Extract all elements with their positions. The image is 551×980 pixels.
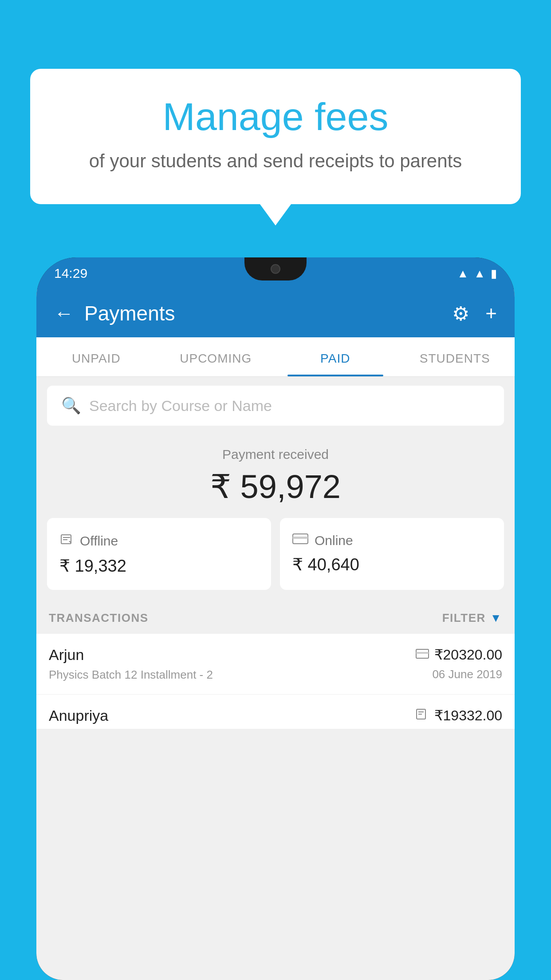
txn-amount-row-anupriya: ₹19332.00: [416, 707, 502, 724]
payment-received-label: Payment received: [47, 447, 504, 462]
filter-button[interactable]: FILTER ▼: [442, 611, 502, 625]
svg-rect-6: [416, 652, 429, 654]
battery-icon: ▮: [491, 267, 497, 281]
online-label: Online: [315, 533, 353, 548]
status-bar: 14:29 ▲ ▲ ▮: [36, 257, 515, 289]
txn-right-anupriya: ₹19332.00: [416, 707, 502, 728]
speech-bubble-container: Manage fees of your students and send re…: [30, 69, 521, 204]
status-time: 14:29: [54, 266, 87, 281]
txn-detail-arjun: Physics Batch 12 Installment - 2: [49, 668, 416, 682]
status-icons: ▲ ▲ ▮: [457, 267, 497, 281]
offline-label: Offline: [80, 533, 118, 549]
notch: [244, 257, 307, 281]
online-card-header: Online: [292, 532, 492, 549]
payment-cards: Offline ₹ 19,332 Online: [36, 518, 515, 601]
phone-shell: 14:29 ▲ ▲ ▮ ← Payments ⚙ +: [36, 257, 515, 980]
header-right: ⚙ +: [452, 302, 497, 325]
payment-received-amount: ₹ 59,972: [47, 467, 504, 506]
txn-left-arjun: Arjun Physics Batch 12 Installment - 2: [49, 646, 416, 682]
txn-amount-anupriya: ₹19332.00: [434, 707, 502, 724]
transaction-row-partial[interactable]: Anupriya ₹19332.00: [36, 695, 515, 729]
speech-bubble: Manage fees of your students and send re…: [30, 69, 521, 204]
tab-paid[interactable]: PAID: [276, 337, 395, 376]
app-background: Manage fees of your students and send re…: [0, 0, 551, 980]
offline-icon: [59, 532, 74, 550]
online-amount: ₹ 40,640: [292, 555, 492, 574]
wifi-icon: ▲: [457, 267, 469, 281]
search-icon: 🔍: [61, 396, 81, 415]
offline-card-header: Offline: [59, 532, 259, 550]
svg-rect-4: [293, 537, 308, 539]
txn-right-arjun: ₹20320.00 06 June 2019: [416, 646, 502, 681]
back-button[interactable]: ←: [54, 302, 74, 324]
signal-icon: ▲: [474, 267, 485, 281]
app-header: ← Payments ⚙ +: [36, 289, 515, 337]
filter-icon: ▼: [490, 611, 502, 625]
online-icon: [292, 532, 308, 549]
txn-date-arjun: 06 June 2019: [416, 668, 502, 681]
search-input[interactable]: Search by Course or Name: [89, 397, 272, 415]
offline-card: Offline ₹ 19,332: [47, 518, 271, 590]
offline-amount: ₹ 19,332: [59, 556, 259, 576]
tab-upcoming[interactable]: UPCOMING: [156, 337, 276, 376]
txn-online-icon: [416, 648, 429, 662]
txn-left-anupriya: Anupriya: [49, 707, 416, 729]
phone-inner: ← Payments ⚙ + UNPAID UPCOMING PAID STUD…: [36, 289, 515, 980]
camera-notch: [271, 264, 280, 274]
bubble-title: Manage fees: [66, 95, 485, 138]
header-left: ← Payments: [54, 301, 175, 325]
bubble-subtitle: of your students and send receipts to pa…: [66, 149, 485, 174]
tabs-bar: UNPAID UPCOMING PAID STUDENTS: [36, 337, 515, 377]
transactions-label: TRANSACTIONS: [49, 611, 149, 625]
txn-amount-row-arjun: ₹20320.00: [416, 646, 502, 663]
filter-label: FILTER: [442, 611, 486, 625]
txn-name-anupriya: Anupriya: [49, 707, 416, 724]
payment-received-section: Payment received ₹ 59,972: [36, 433, 515, 518]
transactions-header: TRANSACTIONS FILTER ▼: [36, 601, 515, 634]
tab-students[interactable]: STUDENTS: [395, 337, 515, 376]
search-container[interactable]: 🔍 Search by Course or Name: [47, 386, 504, 426]
settings-button[interactable]: ⚙: [452, 302, 469, 325]
add-button[interactable]: +: [485, 302, 497, 324]
transaction-row[interactable]: Arjun Physics Batch 12 Installment - 2 ₹…: [36, 634, 515, 695]
txn-amount-arjun: ₹20320.00: [434, 646, 502, 663]
online-card: Online ₹ 40,640: [280, 518, 504, 590]
txn-offline-icon: [416, 707, 429, 724]
txn-name-arjun: Arjun: [49, 646, 416, 664]
tab-unpaid[interactable]: UNPAID: [36, 337, 156, 376]
header-title: Payments: [84, 301, 175, 325]
